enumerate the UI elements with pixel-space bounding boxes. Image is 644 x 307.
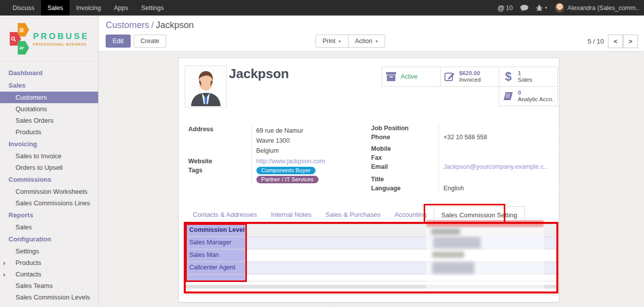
sidebar-nav: Dashboard Sales Customers Quotations Sal…	[0, 62, 98, 303]
mentions-counter[interactable]: @ 10	[497, 4, 513, 12]
menu-sales[interactable]: Sales	[41, 0, 70, 16]
address-street[interactable]: 69 rue de Namur	[256, 126, 347, 136]
redacted-blob	[432, 251, 464, 258]
sidebar-item-label: Products	[16, 259, 41, 266]
sidebar-item-config-products[interactable]: Products	[0, 257, 98, 268]
breadcrumb: Customers/Jackpson	[106, 20, 194, 31]
job-position-label: Job Position	[371, 124, 439, 133]
sidebar-header-commissions[interactable]: Commissions	[0, 173, 98, 186]
invoiced-stat-button[interactable]: $620.00 Invoiced	[440, 67, 499, 87]
action-buttons: Print▼ Action▼	[315, 35, 385, 48]
expand-arrow-icon[interactable]	[4, 273, 6, 277]
mobile-value[interactable]	[444, 143, 547, 150]
chevron-down-icon: ▼	[544, 6, 548, 10]
sidebar-item-products[interactable]: Products	[0, 126, 98, 138]
website-label: Website	[188, 157, 251, 166]
menu-discuss[interactable]: Discuss	[6, 0, 41, 16]
app-logo[interactable]: PROBUSE PROFESSIONAL BUSINESS	[0, 16, 98, 62]
create-button[interactable]: Create	[134, 35, 167, 48]
sidebar-item-sales-teams[interactable]: Sales Teams	[0, 280, 98, 291]
tag-partner-it-services[interactable]: Partner / IT Services	[256, 176, 319, 183]
redacted-column	[426, 220, 544, 290]
user-name: Alexandra (Sales_comm..	[567, 5, 639, 12]
pager-counter: 5 / 10	[587, 38, 604, 45]
phone-value[interactable]: +32 10 588 558	[444, 134, 487, 141]
sidebar-item-sales-commission-levels[interactable]: Sales Commission Levels	[0, 291, 98, 303]
field-group-left: Address 69 rue de Namur Wavre 1300 Belgi…	[188, 125, 347, 186]
phone-label: Phone	[371, 133, 439, 142]
sidebar-header-sales[interactable]: Sales	[0, 79, 98, 92]
sales-stat-button[interactable]: $ 1 Sales	[499, 67, 558, 87]
address-country[interactable]: Belgium	[256, 146, 347, 156]
sidebar-item-orders-to-upsell[interactable]: Orders to Upsell	[0, 162, 98, 173]
edit-button[interactable]: Edit	[106, 35, 131, 48]
user-menu[interactable]: Alexandra (Sales_comm..	[555, 3, 639, 13]
commission-level-cell[interactable]: Callcenter Agent	[186, 262, 247, 274]
sidebar-item-label: Contacts	[16, 270, 41, 278]
form-view-background: Jackpson Active $620.0	[99, 52, 644, 307]
debug-menu[interactable]: ▼	[536, 5, 548, 12]
breadcrumb-current: Jackpson	[156, 20, 194, 30]
systray: @ 10 ▼ Alexandra (Sales_comm..	[497, 0, 644, 16]
sidebar-item-quotations[interactable]: Quotations	[0, 103, 98, 115]
invoiced-amount: $620.00	[459, 70, 481, 77]
logo-title: PROBUSE	[33, 32, 89, 42]
commission-level-cell[interactable]: Sales Manager	[186, 237, 247, 249]
commission-level-header[interactable]: Commission Level	[186, 224, 247, 236]
sidebar-header-reports[interactable]: Reports	[0, 209, 98, 221]
field-group-right: Job Position Phone +32 10 588 558 Mobile…	[371, 124, 547, 193]
breadcrumb-separator: /	[149, 20, 156, 30]
menu-settings[interactable]: Settings	[135, 0, 170, 16]
active-toggle-button[interactable]: Active	[382, 67, 441, 87]
logo-tagline: PROFESSIONAL BUSINESS	[33, 43, 89, 46]
title-value[interactable]	[444, 172, 547, 179]
redacted-pink-bar	[426, 220, 544, 227]
menu-invoicing[interactable]: Invoicing	[70, 0, 107, 16]
pager-previous-button[interactable]: <	[608, 35, 623, 48]
job-position-value[interactable]	[444, 125, 547, 132]
sidebar-item-customers[interactable]: Customers	[0, 92, 98, 103]
website-link[interactable]: http://www.jackpson.com	[256, 158, 326, 165]
sidebar-item-config-contacts[interactable]: Contacts	[0, 268, 98, 280]
mobile-label: Mobile	[371, 142, 439, 153]
sidebar-item-sales-orders[interactable]: Sales Orders	[0, 115, 98, 126]
sidebar-item-settings[interactable]: Settings	[0, 245, 98, 257]
tag-components-buyer[interactable]: Components Buyer	[256, 167, 315, 174]
messages-icon[interactable]	[520, 5, 529, 12]
language-label: Language	[371, 184, 439, 193]
tab-contacts-addresses[interactable]: Contacts & Addresses	[186, 206, 264, 224]
book-icon	[502, 91, 514, 101]
customer-form-sheet: Jackpson Active $620.0	[178, 58, 559, 302]
fax-value[interactable]	[444, 154, 547, 161]
sidebar-header-dashboard[interactable]: Dashboard	[0, 67, 98, 79]
chevron-down-icon: ▼	[338, 40, 342, 43]
sidebar-header-configuration[interactable]: Configuration	[0, 233, 98, 245]
sidebar-item-sales-commissions-lines[interactable]: Sales Commissions Lines	[0, 197, 98, 209]
sidebar-header-invoicing[interactable]: Invoicing	[0, 138, 98, 150]
table-bottom-divider	[186, 294, 556, 295]
language-value[interactable]: English	[444, 185, 464, 192]
menu-apps[interactable]: Apps	[107, 0, 135, 16]
commission-level-cell[interactable]: Sales Man	[186, 249, 247, 261]
tab-internal-notes[interactable]: Internal Notes	[264, 206, 318, 224]
archive-box-icon	[385, 72, 397, 82]
address-city[interactable]: Wavre 1300	[256, 136, 347, 146]
sidebar-item-sales-report[interactable]: Sales	[0, 221, 98, 233]
print-dropdown[interactable]: Print▼	[315, 35, 349, 48]
analytic-accounts-stat-button[interactable]: 0 Analytic Acco...	[499, 86, 558, 106]
action-dropdown[interactable]: Action▼	[348, 35, 386, 48]
businessman-avatar-image	[186, 67, 225, 106]
main-area: Customers/Jackpson Edit Create Print▼ Ac…	[99, 16, 644, 307]
pager-next-button[interactable]: >	[623, 35, 638, 48]
bug-icon	[536, 5, 543, 12]
sidebar-item-commission-worksheets[interactable]: Commission Worksheets	[0, 186, 98, 197]
tab-sales-purchases[interactable]: Sales & Purchases	[318, 206, 388, 224]
mention-icon: @	[497, 4, 504, 12]
expand-arrow-icon[interactable]	[4, 261, 6, 265]
breadcrumb-customers[interactable]: Customers	[106, 20, 149, 30]
analytic-count: 0	[518, 90, 554, 96]
sidebar-item-sales-to-invoice[interactable]: Sales to Invoice	[0, 150, 98, 162]
customer-photo[interactable]	[185, 66, 227, 108]
email-link[interactable]: Jackpson@yourcompany.example.c..	[444, 163, 547, 170]
sales-count: 1	[518, 70, 532, 77]
